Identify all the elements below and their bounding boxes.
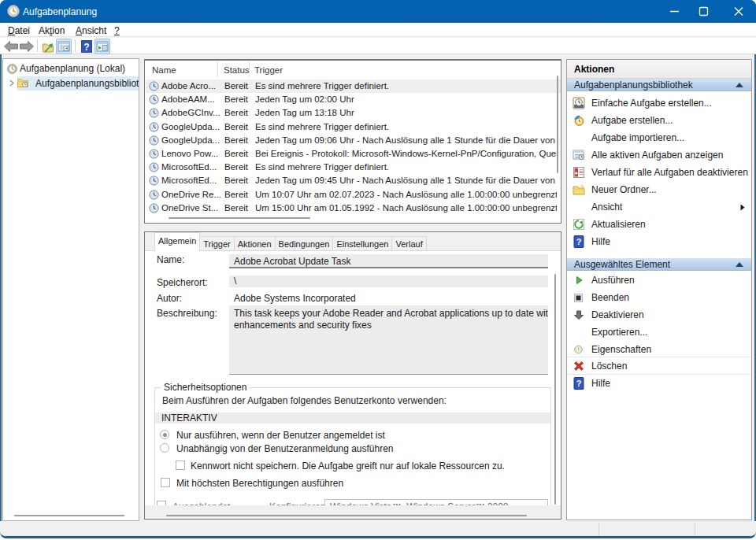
svg-text:?: ? (83, 42, 89, 53)
svg-text:?: ? (576, 237, 582, 246)
svg-text:?: ? (576, 379, 582, 388)
